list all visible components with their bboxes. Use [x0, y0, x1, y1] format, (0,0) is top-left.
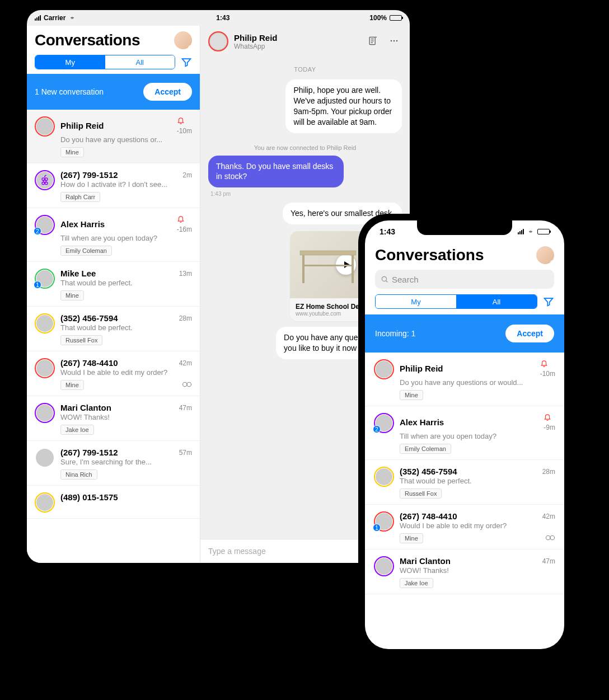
svg-point-8 — [391, 40, 392, 41]
tab-my[interactable]: My — [376, 295, 456, 308]
agent-chip: Emily Coleman — [400, 444, 451, 454]
conversation-item[interactable]: 2Alex Harris-16mTill when are you open t… — [27, 208, 200, 262]
conversation-item[interactable]: (267) 799-151257mSure, I'm searching for… — [27, 441, 200, 486]
conversation-meta: 2m — [182, 171, 192, 179]
conversation-item[interactable]: 1(267) 748-441042mWould I be able to edi… — [365, 505, 564, 549]
svg-rect-11 — [300, 251, 356, 255]
conversation-meta: 47m — [179, 404, 192, 412]
conversation-avatar — [35, 170, 55, 190]
svg-point-5 — [183, 382, 188, 387]
notch — [417, 220, 512, 235]
tab-all[interactable]: All — [105, 55, 175, 69]
agent-chip: Mine — [60, 290, 84, 300]
accept-button[interactable]: Accept — [143, 83, 192, 101]
banner-text: 1 New conversation — [35, 87, 104, 96]
conversation-avatar: 2 — [374, 413, 394, 433]
profile-avatar[interactable] — [174, 31, 192, 49]
conversation-item[interactable]: 1Mike Lee13mThat would be perfect.Mine — [27, 262, 200, 307]
filter-icon[interactable] — [181, 57, 192, 68]
new-conversation-banner: 1 New conversation Accept — [27, 74, 200, 110]
conversation-item[interactable]: (267) 748-441042mWould I be able to edit… — [27, 351, 200, 396]
chat-contact-name: Philip Reid — [234, 33, 359, 43]
conversation-avatar — [35, 403, 55, 423]
conversation-avatar — [374, 359, 394, 379]
conversation-list[interactable]: Philip Reid-10mDo you have any questions… — [27, 110, 200, 563]
conversation-avatar — [374, 556, 394, 576]
banner-text: Incoming: 1 — [375, 329, 415, 338]
conversation-avatar — [374, 467, 394, 487]
conversation-item[interactable]: (352) 456-759428mThat would be perfect.R… — [27, 307, 200, 351]
merge-icon — [545, 534, 555, 541]
conversation-name: (267) 799-1512 — [60, 448, 118, 457]
conversation-item[interactable]: Philip Reid-10mDo you have any questions… — [365, 353, 564, 406]
note-icon[interactable] — [365, 33, 381, 50]
conversation-item[interactable]: 2Alex Harris-9mTill when are you open to… — [365, 406, 564, 460]
merge-icon — [182, 381, 192, 388]
conversation-preview: Would I be able to edit my order? — [400, 522, 555, 530]
conversation-meta: -10m — [540, 359, 555, 378]
filter-icon[interactable] — [543, 296, 554, 307]
agent-chip: Mine — [400, 390, 423, 400]
iphone-device: 1:43 Conversations My — [358, 214, 571, 656]
carrier-label: Carrier — [44, 14, 65, 22]
conversation-meta: 28m — [179, 314, 192, 322]
svg-point-3 — [42, 182, 45, 185]
conversation-meta: 28m — [542, 468, 555, 476]
conversation-name: (352) 456-7594 — [60, 313, 118, 323]
bell-icon — [540, 359, 548, 367]
conversation-name: Mike Lee — [60, 269, 96, 278]
system-message: You are now connected to Philip Reid — [208, 144, 402, 151]
agent-chip: Jake Ioe — [400, 578, 433, 588]
agent-chip: Jake Ioe — [60, 425, 94, 435]
agent-chip: Mine — [60, 380, 84, 390]
conversation-item[interactable]: Philip Reid-10mDo you have any questions… — [27, 110, 200, 163]
more-icon[interactable] — [386, 33, 402, 50]
search-field[interactable] — [375, 270, 554, 289]
conversation-item[interactable]: (267) 799-15122mHow do I activate it? I … — [27, 163, 200, 208]
chat-source: WhatsApp — [234, 43, 359, 50]
bell-icon — [177, 116, 185, 124]
unread-badge: 1 — [34, 281, 41, 289]
conversation-item[interactable]: Mari Clanton47mWOW! Thanks!Jake Ioe — [27, 396, 200, 441]
incoming-banner: Incoming: 1 Accept — [365, 314, 564, 353]
battery-label: 100% — [369, 14, 387, 22]
tab-all[interactable]: All — [456, 295, 537, 308]
svg-point-15 — [382, 276, 386, 281]
agent-chip: Nina Rich — [60, 469, 97, 480]
svg-point-16 — [546, 535, 551, 540]
accept-button[interactable]: Accept — [505, 325, 554, 342]
conversation-preview: Would I be able to edit my order? — [60, 368, 192, 377]
conversation-name: (489) 015-1575 — [60, 492, 118, 502]
conversation-preview: WOW! Thanks! — [60, 413, 192, 421]
svg-rect-12 — [302, 255, 304, 283]
page-title: Conversations — [35, 31, 140, 49]
conversation-item[interactable]: (489) 015-1575 — [27, 486, 200, 519]
status-time: 1:43 — [380, 227, 395, 236]
conversation-name: (352) 456-7594 — [400, 467, 457, 476]
ipad-screen: Carrier 1:43 100% Conversations — [27, 10, 410, 563]
profile-avatar[interactable] — [536, 246, 554, 264]
tab-my[interactable]: My — [35, 55, 105, 69]
conversation-avatar: 2 — [35, 215, 55, 235]
conversation-meta: 57m — [179, 449, 192, 457]
cellular-icon — [35, 15, 41, 21]
message-time: 1:43 pm — [208, 191, 402, 197]
chat-avatar[interactable] — [208, 31, 228, 51]
conversation-item[interactable]: (352) 456-759428mThat would be perfect.R… — [365, 460, 564, 505]
svg-point-6 — [187, 382, 191, 387]
agent-chip: Russell Fox — [400, 488, 442, 499]
iphone-screen: 1:43 Conversations My — [365, 220, 564, 649]
conversation-list[interactable]: Philip Reid-10mDo you have any questions… — [365, 353, 564, 649]
svg-rect-13 — [352, 255, 354, 283]
conversation-meta: 47m — [542, 557, 555, 565]
conversation-avatar: 1 — [35, 269, 55, 289]
cellular-icon — [518, 229, 524, 234]
unread-badge: 2 — [34, 227, 41, 235]
search-input[interactable] — [392, 275, 549, 284]
conversation-avatar — [35, 313, 55, 333]
conversation-preview: That would be perfect. — [400, 477, 555, 485]
conversation-preview: Sure, I'm searching for the... — [60, 458, 192, 466]
unread-badge: 1 — [373, 524, 381, 532]
conversation-item[interactable]: Mari Clanton47mWOW! Thanks!Jake Ioe — [365, 549, 564, 594]
conversation-meta: 42m — [542, 513, 555, 520]
